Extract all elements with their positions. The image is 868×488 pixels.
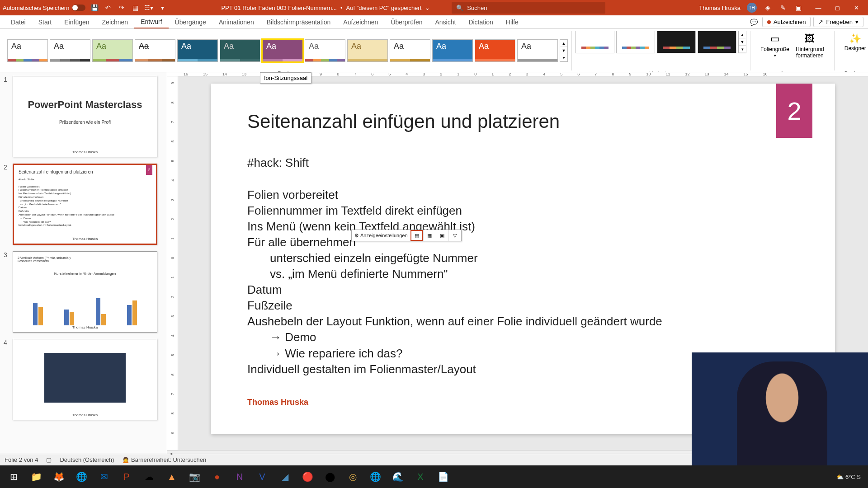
app-icon-7[interactable]: 🌐 bbox=[364, 467, 386, 487]
app-icon-5[interactable]: 🔴 bbox=[297, 467, 318, 487]
design-theme-10[interactable]: Aa bbox=[390, 39, 430, 62]
app-icon-8[interactable]: 📄 bbox=[432, 467, 454, 487]
variant-1[interactable] bbox=[576, 31, 614, 53]
format-background-button[interactable]: 🖼 Hintergrund formatieren bbox=[796, 33, 824, 59]
start-button[interactable]: ⊞ bbox=[3, 467, 24, 487]
search-input[interactable] bbox=[467, 5, 601, 11]
designer-button[interactable]: ✨ Designer bbox=[838, 31, 868, 53]
app-icon-1[interactable]: ☁ bbox=[138, 467, 160, 487]
save-icon[interactable]: 💾 bbox=[90, 3, 99, 12]
visio-icon[interactable]: V bbox=[251, 467, 273, 487]
view-normal-icon[interactable]: ▤ bbox=[410, 230, 423, 241]
redo-icon[interactable]: ↷ bbox=[117, 3, 126, 12]
design-theme-5[interactable]: Aa bbox=[177, 39, 218, 62]
design-theme-6[interactable]: Aa bbox=[220, 39, 260, 62]
view-sorter-icon[interactable]: ▦ bbox=[423, 230, 436, 241]
ribbon-tabs: Datei Start Einfügen Zeichnen Entwurf Üb… bbox=[0, 15, 868, 29]
qat-more-icon[interactable]: ▾ bbox=[158, 3, 167, 12]
design-theme-12[interactable]: Aa bbox=[475, 39, 515, 62]
app-icon-4[interactable]: ◢ bbox=[274, 467, 296, 487]
onenote-icon[interactable]: N bbox=[229, 467, 250, 487]
excel-icon[interactable]: X bbox=[410, 467, 431, 487]
tab-uebergaenge[interactable]: Übergänge bbox=[169, 15, 212, 28]
variant-scroll[interactable]: ▲ ▼ ▾ bbox=[738, 31, 746, 53]
tab-aufzeichnen[interactable]: Aufzeichnen bbox=[337, 15, 384, 28]
vertical-ruler: 9876543210123456789 bbox=[167, 76, 178, 450]
close-button[interactable]: ✕ bbox=[847, 1, 865, 14]
slide-thumb-1[interactable]: PowerPoint Masterclass Präsentieren wie … bbox=[13, 76, 157, 157]
design-theme-3[interactable]: Aa bbox=[92, 39, 133, 62]
app-icon-3[interactable]: ● bbox=[206, 467, 228, 487]
design-theme-1[interactable]: Aa bbox=[7, 39, 48, 62]
coming-soon-icon[interactable]: ◈ bbox=[763, 3, 772, 12]
tab-animationen[interactable]: Animationen bbox=[212, 15, 260, 28]
tab-entwurf[interactable]: Entwurf bbox=[134, 15, 168, 28]
tab-dictation[interactable]: Dictation bbox=[462, 15, 499, 28]
chrome-icon[interactable]: 🌐 bbox=[71, 467, 92, 487]
slide-thumb-2[interactable]: Seitenanzahl einfügen und platzieren #ha… bbox=[13, 164, 157, 245]
weather-widget[interactable]: ⛅ 6°C S bbox=[836, 474, 861, 480]
slide-title[interactable]: Seitenanzahl einfügen und platzieren bbox=[247, 111, 799, 132]
tab-bildschirmpraesentation[interactable]: Bildschirmpräsentation bbox=[260, 15, 337, 28]
slide-thumb-4[interactable]: Thomas Hruska bbox=[13, 339, 157, 420]
scroll-down-icon[interactable]: ▼ bbox=[739, 38, 746, 46]
scroll-up-icon[interactable]: ▲ bbox=[560, 40, 567, 47]
obs-icon[interactable]: ⬤ bbox=[319, 467, 341, 487]
scroll-more-icon[interactable]: ▾ bbox=[560, 54, 567, 61]
design-theme-4[interactable]: Aa bbox=[135, 39, 175, 62]
view-reading-icon[interactable]: ▣ bbox=[436, 230, 448, 241]
chevron-down-icon[interactable]: ⌄ bbox=[425, 5, 430, 11]
powerpoint-icon[interactable]: P bbox=[116, 467, 137, 487]
design-theme-9[interactable]: Aa bbox=[347, 39, 388, 62]
toggle-switch-icon[interactable] bbox=[72, 5, 85, 11]
scroll-more-icon[interactable]: ▾ bbox=[739, 46, 746, 53]
minimize-button[interactable]: — bbox=[809, 1, 827, 14]
tab-zeichnen[interactable]: Zeichnen bbox=[96, 15, 135, 28]
variant-2[interactable] bbox=[616, 31, 655, 53]
gallery-scroll[interactable]: ▲ ▼ ▾ bbox=[560, 39, 568, 62]
taskbar: ⊞ 📁 🦊 🌐 ✉ P ☁ ▲ 📷 ● N V ◢ 🔴 ⬤ ◎ 🌐 🌊 X 📄 … bbox=[0, 465, 868, 488]
design-theme-7-highlighted[interactable]: Aa bbox=[262, 39, 303, 62]
firefox-icon[interactable]: 🦊 bbox=[48, 467, 70, 487]
share-button[interactable]: ↗Freigeben▾ bbox=[813, 17, 863, 27]
design-theme-11[interactable]: Aa bbox=[432, 39, 473, 62]
tab-einfuegen[interactable]: Einfügen bbox=[58, 15, 95, 28]
window-mode-icon[interactable]: ▣ bbox=[794, 3, 803, 12]
variant-4[interactable] bbox=[698, 31, 736, 53]
maximize-button[interactable]: ◻ bbox=[828, 1, 846, 14]
scroll-down-icon[interactable]: ▼ bbox=[560, 47, 567, 54]
edge-icon[interactable]: 🌊 bbox=[387, 467, 409, 487]
presentation-icon[interactable]: ▦ bbox=[131, 3, 140, 12]
file-explorer-icon[interactable]: 📁 bbox=[25, 467, 47, 487]
draw-icon[interactable]: ✎ bbox=[778, 3, 788, 12]
slide-thumb-3[interactable]: 2 Vertikale Achsen (Primär, sekundär)Les… bbox=[13, 251, 157, 333]
slide-body[interactable]: #hack: Shift ⚙Anzeigeeinstellungen ▤ ▦ ▣… bbox=[247, 155, 799, 377]
app-icon-2[interactable]: 📷 bbox=[184, 467, 205, 487]
comments-icon[interactable]: 💬 bbox=[749, 17, 760, 28]
tab-start[interactable]: Start bbox=[32, 15, 58, 28]
tab-hilfe[interactable]: Hilfe bbox=[500, 15, 525, 28]
language-status[interactable]: Deutsch (Österreich) bbox=[60, 456, 114, 463]
undo-icon[interactable]: ↶ bbox=[104, 3, 113, 12]
slide-counter[interactable]: Folie 2 von 4 bbox=[5, 456, 38, 463]
display-settings-label[interactable]: ⚙Anzeigeeinstellungen bbox=[352, 230, 410, 241]
design-theme-8[interactable]: Aa bbox=[305, 39, 345, 62]
record-button[interactable]: Aufzeichnen bbox=[762, 17, 811, 27]
search-box[interactable]: 🔍 bbox=[452, 2, 605, 14]
user-avatar[interactable]: TH bbox=[747, 3, 757, 13]
scroll-up-icon[interactable]: ▲ bbox=[739, 31, 746, 38]
tab-ueberpruefen[interactable]: Überprüfen bbox=[384, 15, 429, 28]
tab-ansicht[interactable]: Ansicht bbox=[429, 15, 462, 28]
vlc-icon[interactable]: ▲ bbox=[161, 467, 183, 487]
accessibility-check[interactable]: 🙍 Barrierefreiheit: Untersuchen bbox=[122, 456, 206, 463]
tab-datei[interactable]: Datei bbox=[5, 15, 32, 28]
app-icon-6[interactable]: ◎ bbox=[342, 467, 363, 487]
outlook-icon[interactable]: ✉ bbox=[93, 467, 115, 487]
variant-3[interactable] bbox=[657, 31, 696, 53]
design-theme-13[interactable]: Aa bbox=[517, 39, 558, 62]
slide-size-button[interactable]: ▭ Foliengröße ▾ bbox=[760, 33, 789, 59]
autosave-toggle[interactable]: Automatisches Speichern bbox=[3, 5, 85, 11]
touch-mode-icon[interactable]: ☵▾ bbox=[144, 3, 153, 12]
view-slideshow-icon[interactable]: ▽ bbox=[448, 230, 461, 241]
design-theme-2[interactable]: Aa bbox=[50, 39, 90, 62]
